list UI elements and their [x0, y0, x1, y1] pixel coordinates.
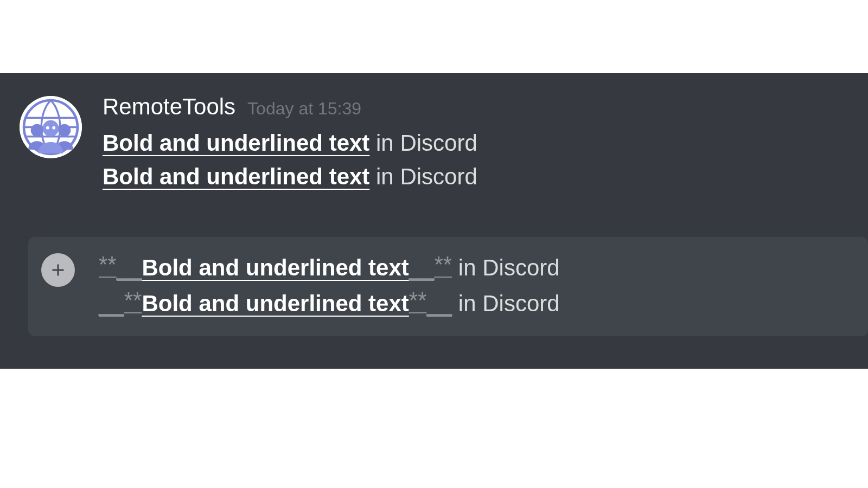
svg-point-5 [31, 124, 43, 137]
bold-underlined-segment: Bold and underlined text [103, 164, 369, 189]
outer-whitespace-top [0, 0, 868, 73]
markdown-syntax-open-outer: ** [99, 252, 117, 277]
message-timestamp: Today at 15:39 [247, 99, 361, 119]
svg-point-9 [52, 126, 55, 130]
markdown-syntax-open-inner: ** [124, 287, 142, 313]
input-text-rest: in Discord [452, 291, 559, 316]
markdown-syntax-close-outer: ** [435, 252, 452, 277]
message-header: RemoteTools Today at 15:39 [103, 94, 848, 120]
input-text-rest: in Discord [452, 255, 559, 280]
markdown-syntax-close-inner: __ [409, 255, 435, 280]
bold-underlined-segment: Bold and underlined text [142, 291, 409, 316]
svg-point-7 [43, 120, 59, 137]
input-line-2: __**Bold and underlined text**__ in Disc… [99, 286, 855, 322]
message-line-1: Bold and underlined text in Discord [103, 126, 848, 160]
markdown-syntax-close-outer: __ [426, 291, 452, 316]
svg-point-6 [58, 124, 71, 137]
markdown-syntax-open-inner: __ [117, 255, 142, 280]
avatar [20, 96, 82, 158]
add-attachment-button[interactable] [41, 253, 75, 287]
message-text-rest: in Discord [369, 130, 477, 156]
bold-underlined-segment: Bold and underlined text [142, 255, 409, 280]
plus-icon [48, 260, 68, 280]
bold-underlined-segment: Bold and underlined text [103, 130, 369, 156]
input-line-1: **__Bold and underlined text__** in Disc… [99, 250, 855, 286]
outer-whitespace-bottom [0, 369, 868, 488]
avatar-globe-people-icon [20, 96, 82, 158]
message-input-text[interactable]: **__Bold and underlined text__** in Disc… [99, 250, 855, 321]
avatar-container[interactable] [20, 96, 82, 194]
message-line-2: Bold and underlined text in Discord [103, 160, 848, 194]
message-text-rest: in Discord [369, 164, 477, 189]
author-name[interactable]: RemoteTools [103, 94, 235, 120]
svg-point-8 [46, 126, 49, 130]
markdown-syntax-close-inner: ** [409, 287, 427, 313]
chat-message: RemoteTools Today at 15:39 Bold and unde… [0, 93, 868, 194]
discord-message-panel: RemoteTools Today at 15:39 Bold and unde… [0, 73, 868, 369]
message-input-box[interactable]: **__Bold and underlined text__** in Disc… [28, 237, 868, 336]
message-body: RemoteTools Today at 15:39 Bold and unde… [103, 93, 848, 194]
markdown-syntax-open-outer: __ [99, 291, 124, 316]
